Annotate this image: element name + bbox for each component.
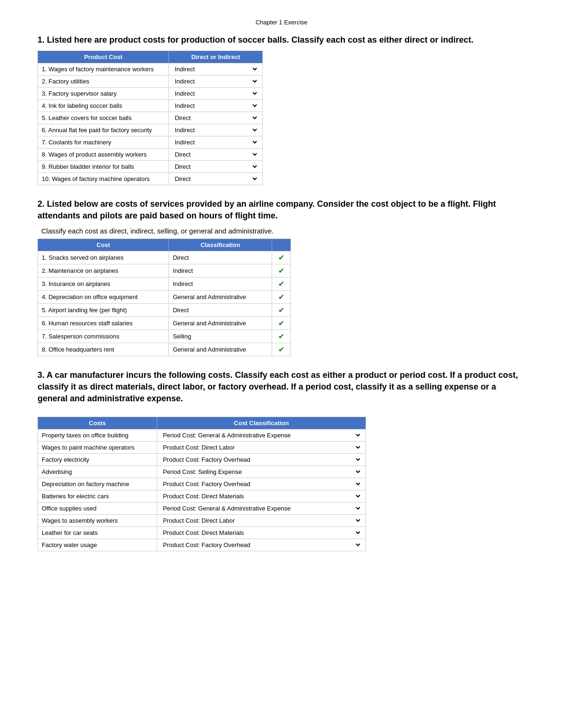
table3-col2-header: Cost Classification: [157, 417, 366, 429]
table1-value-cell[interactable]: DirectIndirect: [169, 173, 263, 185]
table-row: Factory water usagePeriod Cost: General …: [38, 539, 366, 551]
table2-value-cell: General and Administrative: [169, 343, 272, 356]
table1-value-cell[interactable]: DirectIndirect: [169, 112, 263, 124]
table2-col2-header: Classification: [169, 239, 272, 251]
table1-value-cell[interactable]: DirectIndirect: [169, 161, 263, 173]
cost-classification-select[interactable]: Period Cost: General & Administrative Ex…: [161, 443, 362, 451]
table3-classification-cell[interactable]: Period Cost: General & Administrative Ex…: [157, 503, 366, 515]
table-row: 6. Human resources staff salariesGeneral…: [38, 316, 291, 330]
table2-value-cell: Selling: [169, 330, 272, 343]
table1-cost-cell: 6. Annual flat fee paid for factory secu…: [38, 124, 169, 136]
correct-checkmark-icon: ✔: [278, 306, 284, 314]
table2-check-cell: ✔: [272, 316, 291, 330]
table3-cost-cell: Property taxes on office building: [38, 429, 157, 442]
direct-indirect-select[interactable]: DirectIndirect: [173, 126, 259, 134]
table2-cost-cell: 2. Maintenance on airplanes: [38, 264, 169, 277]
table3-classification-cell[interactable]: Period Cost: General & Administrative Ex…: [157, 539, 366, 551]
table1-value-cell[interactable]: DirectIndirect: [169, 136, 263, 149]
table3-cost-cell: Depreciation on factory machine: [38, 478, 157, 490]
table2-value-cell: General and Administrative: [169, 290, 272, 303]
page-title: Chapter 1 Exercise: [38, 19, 525, 26]
correct-checkmark-icon: ✔: [278, 267, 284, 275]
table2-check-cell: ✔: [272, 303, 291, 316]
table-row: Property taxes on office buildingPeriod …: [38, 429, 366, 442]
table-row: 2. Factory utilitiesDirectIndirect: [38, 75, 263, 88]
cost-classification-select[interactable]: Period Cost: General & Administrative Ex…: [161, 541, 362, 549]
table1-col2-header: Direct or Indirect: [169, 51, 263, 63]
table-row: 4. Ink for labeling soccer ballsDirectIn…: [38, 100, 263, 112]
cost-classification-select[interactable]: Period Cost: General & Administrative Ex…: [161, 431, 362, 439]
table-row: Wages to assembly workersPeriod Cost: Ge…: [38, 515, 366, 527]
table1-cost-cell: 9. Rubber bladder interior for balls: [38, 161, 169, 173]
table-row: 10. Wages of factory machine operatorsDi…: [38, 173, 263, 185]
question-2-heading: 2. Listed below are costs of services pr…: [38, 198, 525, 222]
table1-col1-header: Product Cost: [38, 51, 169, 63]
table2-cost-cell: 1. Snacks served on airplanes: [38, 251, 169, 264]
table3-classification-cell[interactable]: Period Cost: General & Administrative Ex…: [157, 478, 366, 490]
table3-classification-cell[interactable]: Period Cost: General & Administrative Ex…: [157, 429, 366, 442]
table-row: 7. Coolants for machineryDirectIndirect: [38, 136, 263, 149]
table2-check-cell: ✔: [272, 330, 291, 343]
table1-value-cell[interactable]: DirectIndirect: [169, 63, 263, 75]
table2-col3-header: [272, 239, 291, 251]
cost-classification-select[interactable]: Period Cost: General & Administrative Ex…: [161, 504, 362, 512]
cost-classification-select[interactable]: Period Cost: General & Administrative Ex…: [161, 468, 362, 476]
table-1: Product Cost Direct or Indirect 1. Wages…: [38, 51, 263, 185]
table-row: Factory electricityPeriod Cost: General …: [38, 454, 366, 466]
table1-cost-cell: 7. Coolants for machinery: [38, 136, 169, 149]
cost-classification-select[interactable]: Period Cost: General & Administrative Ex…: [161, 517, 362, 525]
table3-classification-cell[interactable]: Period Cost: General & Administrative Ex…: [157, 442, 366, 454]
table-row: 3. Insurance on airplanesIndirect✔: [38, 277, 291, 290]
table-row: 2. Maintenance on airplanesIndirect✔: [38, 264, 291, 277]
cost-classification-select[interactable]: Period Cost: General & Administrative Ex…: [161, 492, 362, 500]
table-row: Depreciation on factory machinePeriod Co…: [38, 478, 366, 490]
table3-cost-cell: Wages to paint machine operators: [38, 442, 157, 454]
question-3-heading: 3. A car manufacturer incurs the followi…: [38, 369, 525, 405]
correct-checkmark-icon: ✔: [278, 345, 284, 353]
direct-indirect-select[interactable]: DirectIndirect: [173, 77, 259, 85]
cost-classification-select[interactable]: Period Cost: General & Administrative Ex…: [161, 480, 362, 488]
cost-classification-select[interactable]: Period Cost: General & Administrative Ex…: [161, 456, 362, 464]
direct-indirect-select[interactable]: DirectIndirect: [173, 90, 259, 98]
table1-value-cell[interactable]: DirectIndirect: [169, 100, 263, 112]
table2-check-cell: ✔: [272, 343, 291, 356]
table3-classification-cell[interactable]: Period Cost: General & Administrative Ex…: [157, 527, 366, 539]
table-row: 3. Factory supervisor salaryDirectIndire…: [38, 88, 263, 100]
table2-cost-cell: 3. Insurance on airplanes: [38, 277, 169, 290]
direct-indirect-select[interactable]: DirectIndirect: [173, 138, 259, 146]
correct-checkmark-icon: ✔: [278, 280, 284, 288]
table-row: AdvertisingPeriod Cost: General & Admini…: [38, 466, 366, 478]
table-row: Office supplies usedPeriod Cost: General…: [38, 503, 366, 515]
table3-classification-cell[interactable]: Period Cost: General & Administrative Ex…: [157, 454, 366, 466]
direct-indirect-select[interactable]: DirectIndirect: [173, 65, 259, 73]
table3-classification-cell[interactable]: Period Cost: General & Administrative Ex…: [157, 466, 366, 478]
table2-cost-cell: 6. Human resources staff salaries: [38, 316, 169, 330]
table-row: 8. Wages of product assembly workersDire…: [38, 149, 263, 161]
direct-indirect-select[interactable]: DirectIndirect: [173, 114, 259, 122]
direct-indirect-select[interactable]: DirectIndirect: [173, 175, 259, 183]
table-row: Wages to paint machine operatorsPeriod C…: [38, 442, 366, 454]
correct-checkmark-icon: ✔: [278, 293, 284, 301]
direct-indirect-select[interactable]: DirectIndirect: [173, 102, 259, 110]
table2-value-cell: Indirect: [169, 277, 272, 290]
direct-indirect-select[interactable]: DirectIndirect: [173, 150, 259, 158]
table1-cost-cell: 3. Factory supervisor salary: [38, 88, 169, 100]
table2-col1-header: Cost: [38, 239, 169, 251]
question-2-block: 2. Listed below are costs of services pr…: [38, 198, 525, 356]
table3-classification-cell[interactable]: Period Cost: General & Administrative Ex…: [157, 515, 366, 527]
table1-value-cell[interactable]: DirectIndirect: [169, 149, 263, 161]
cost-classification-select[interactable]: Period Cost: General & Administrative Ex…: [161, 529, 362, 537]
question-1-block: 1. Listed here are product costs for pro…: [38, 34, 525, 185]
table3-classification-cell[interactable]: Period Cost: General & Administrative Ex…: [157, 490, 366, 503]
table-row: 6. Annual flat fee paid for factory secu…: [38, 124, 263, 136]
table-row: 5. Airport landing fee (per flight)Direc…: [38, 303, 291, 316]
table1-value-cell[interactable]: DirectIndirect: [169, 124, 263, 136]
question-3-block: 3. A car manufacturer incurs the followi…: [38, 369, 525, 552]
direct-indirect-select[interactable]: DirectIndirect: [173, 163, 259, 171]
table2-check-cell: ✔: [272, 251, 291, 264]
table3-cost-cell: Leather for car seats: [38, 527, 157, 539]
table1-value-cell[interactable]: DirectIndirect: [169, 75, 263, 88]
table1-value-cell[interactable]: DirectIndirect: [169, 88, 263, 100]
question-2-subheading: Classify each cost as direct, indirect, …: [41, 227, 525, 235]
table-row: 1. Wages of factory maintenance workersD…: [38, 63, 263, 75]
